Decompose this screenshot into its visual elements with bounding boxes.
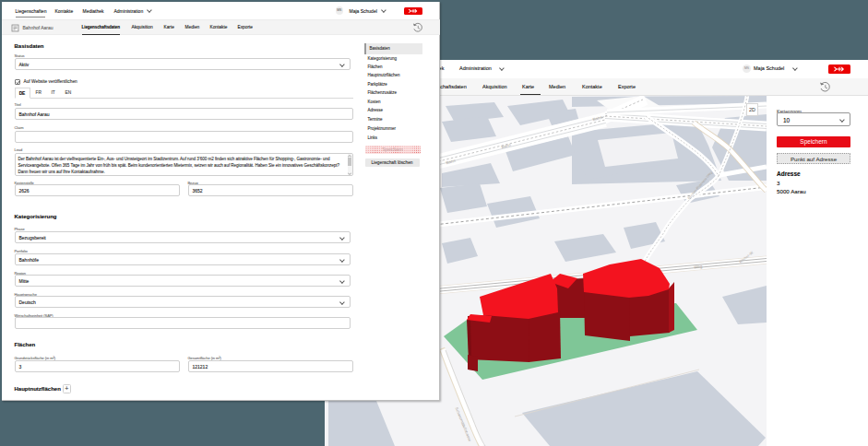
svg-text:Weg: Weg xyxy=(694,264,703,270)
